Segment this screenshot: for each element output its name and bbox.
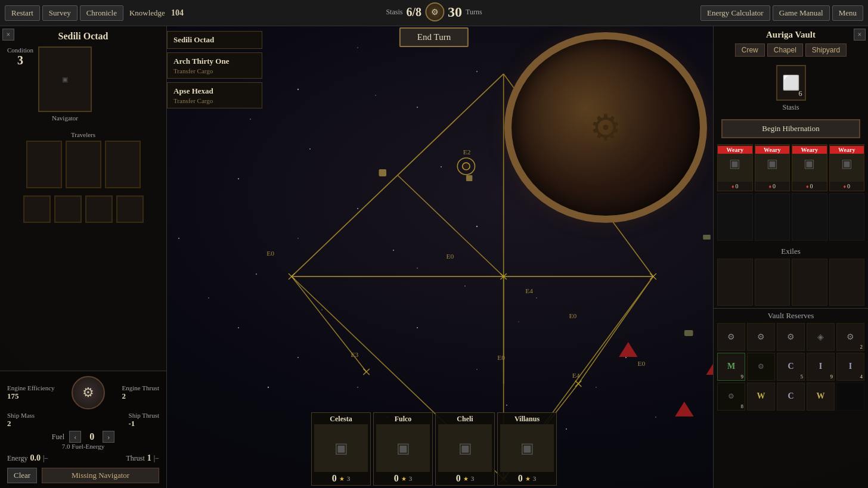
location-item-apse[interactable]: Apse Hexad Transfer Cargo bbox=[167, 82, 262, 108]
crew-card-6 bbox=[755, 193, 790, 240]
char-sub-villanus: 3 bbox=[533, 475, 537, 482]
vault-item-12[interactable]: W bbox=[747, 383, 775, 411]
char-star-villanus: ★ bbox=[525, 475, 531, 482]
vault-item-9[interactable]: I9 bbox=[807, 353, 835, 381]
char-val-cheli: 0 bbox=[456, 473, 461, 484]
clear-button[interactable]: Clear bbox=[7, 468, 37, 483]
vault-item-11[interactable]: ⚙8 bbox=[717, 383, 745, 411]
chronicle-button[interactable]: Chronicle bbox=[80, 5, 123, 21]
char-star-celesta: ★ bbox=[339, 475, 345, 482]
svg-text:E0: E0 bbox=[637, 360, 645, 367]
vault-item-2[interactable]: ⚙ bbox=[747, 323, 775, 351]
char-star-fulco: ★ bbox=[401, 475, 407, 482]
menu-button[interactable]: Menu bbox=[832, 5, 863, 21]
vault-item-10[interactable]: I4 bbox=[836, 353, 864, 381]
svg-rect-78 bbox=[379, 169, 387, 176]
ship-thrust-label: Ship Thrust bbox=[129, 412, 159, 419]
char-card-cheli[interactable]: Cheli ▣ 0 ★ 3 bbox=[435, 412, 495, 486]
traveler-slot-2 bbox=[66, 141, 101, 188]
fuel-increase-button[interactable]: › bbox=[103, 431, 114, 443]
crew-card-5 bbox=[717, 193, 753, 240]
game-manual-button[interactable]: Game Manual bbox=[773, 5, 830, 21]
crew-card-1[interactable]: Weary ▣ ♦0 bbox=[717, 144, 753, 191]
traveler-slot-3 bbox=[105, 141, 141, 188]
char-val-villanus: 0 bbox=[518, 473, 523, 484]
vault-item-6[interactable]: M9 bbox=[717, 353, 745, 381]
fuel-value: 0 bbox=[86, 431, 98, 442]
stasis-display: ⬜ 6 Stasis bbox=[714, 60, 868, 117]
svg-text:E0: E0 bbox=[446, 253, 454, 260]
travelers-label: Travelers bbox=[7, 131, 159, 138]
fuel-decrease-button[interactable]: ‹ bbox=[69, 431, 81, 443]
char-val-celesta: 0 bbox=[332, 473, 337, 484]
extra-slots bbox=[0, 191, 166, 228]
vault-item-1[interactable]: ⚙ bbox=[717, 323, 745, 351]
stasis-count: 6 bbox=[799, 89, 802, 98]
location-name-arch: Arch Thirty One bbox=[173, 57, 256, 66]
char-stats-celesta: 0 ★ 3 bbox=[332, 472, 351, 485]
energy-value: 0.0 bbox=[30, 453, 41, 462]
crew-card-4[interactable]: Weary ▣ ♦0 bbox=[829, 144, 865, 191]
location-item-sedili[interactable]: Sedili Octad bbox=[167, 31, 262, 49]
left-panel-close-button[interactable]: × bbox=[2, 29, 14, 41]
end-turn-button[interactable]: End Turn bbox=[399, 27, 469, 47]
crew-stat-1: ♦0 bbox=[730, 182, 740, 191]
location-action-arch: Transfer Cargo bbox=[173, 67, 256, 74]
svg-line-48 bbox=[578, 276, 653, 384]
svg-marker-81 bbox=[675, 402, 693, 416]
engine-efficiency-label: Engine Efficiency bbox=[7, 384, 55, 391]
vault-item-13[interactable]: C bbox=[777, 383, 805, 411]
crew-card-3[interactable]: Weary ▣ ♦0 bbox=[792, 144, 827, 191]
crew-portrait-icon-2: ▣ bbox=[767, 156, 778, 170]
svg-rect-83 bbox=[684, 330, 693, 336]
exile-slot-2 bbox=[755, 259, 790, 306]
stat-icon-4: ♦ bbox=[843, 184, 846, 189]
chapel-tab[interactable]: Chapel bbox=[767, 43, 803, 57]
crew-card-2[interactable]: Weary ▣ ♦0 bbox=[755, 144, 790, 191]
navigator-label: Navigator bbox=[39, 114, 91, 122]
vault-item-4[interactable]: ◈ bbox=[807, 323, 835, 351]
ship-stats-row: Ship Mass 2 Ship Thrust -1 bbox=[7, 412, 159, 428]
char-card-villanus[interactable]: Villanus ▣ 0 ★ 3 bbox=[497, 412, 557, 486]
vault-item-8[interactable]: C5 bbox=[777, 353, 805, 381]
crew-tab[interactable]: Crew bbox=[735, 43, 765, 57]
char-card-celesta[interactable]: Celesta ▣ 0 ★ 3 bbox=[311, 412, 371, 486]
extra-slot-4 bbox=[116, 195, 144, 223]
location-item-arch[interactable]: Arch Thirty One Transfer Cargo bbox=[167, 52, 262, 79]
begin-hibernation-button[interactable]: Begin Hibernation bbox=[721, 119, 860, 138]
top-bar: Restart Survey Chronicle Knowledge 104 S… bbox=[0, 0, 868, 26]
survey-button[interactable]: Survey bbox=[42, 5, 78, 21]
auriga-tabs: Crew Chapel Shipyard bbox=[714, 43, 868, 60]
stasis-fraction: 6/8 bbox=[406, 5, 421, 19]
missing-navigator-label: Missing Navigator bbox=[42, 468, 159, 483]
fuel-row: Fuel ‹ 0 › bbox=[7, 431, 159, 443]
vault-item-3[interactable]: ⚙ bbox=[777, 323, 805, 351]
vault-item-7[interactable]: ⚙ bbox=[747, 353, 775, 381]
svg-rect-79 bbox=[466, 175, 472, 181]
stasis-text: Stasis bbox=[782, 103, 799, 112]
char-name-cheli: Cheli bbox=[457, 413, 473, 424]
right-panel-close-button[interactable]: × bbox=[854, 29, 866, 41]
vault-item-14[interactable]: W bbox=[807, 383, 835, 411]
crew-stat-4: ♦0 bbox=[842, 182, 851, 191]
energy-label: Energy bbox=[7, 454, 27, 462]
restart-button[interactable]: Restart bbox=[5, 5, 40, 21]
stat-icon-1: ♦ bbox=[731, 184, 734, 189]
svg-point-77 bbox=[463, 163, 470, 170]
knowledge-value: 104 bbox=[171, 8, 184, 18]
bottom-stats: Energy 0.0 |− Thrust 1 |− bbox=[7, 450, 159, 465]
shipyard-tab[interactable]: Shipyard bbox=[805, 43, 847, 57]
char-stats-fulco: 0 ★ 3 bbox=[394, 472, 413, 485]
extra-slot-1 bbox=[23, 195, 51, 223]
energy-calculator-button[interactable]: Energy Calculator bbox=[700, 5, 770, 21]
vault-item-5[interactable]: ⚙2 bbox=[836, 323, 864, 351]
char-sub-cheli: 3 bbox=[471, 475, 475, 482]
auriga-title: Auriga Vault bbox=[714, 26, 868, 43]
svg-text:E0: E0 bbox=[569, 312, 576, 319]
condition-box: Condition 3 bbox=[7, 46, 33, 67]
exiles-label: Exiles bbox=[717, 247, 864, 256]
crew-stat-2: ♦0 bbox=[767, 182, 777, 191]
bottom-bar: Clear Missing Navigator bbox=[7, 465, 159, 483]
exiles-section: Exiles bbox=[714, 244, 868, 308]
char-card-fulco[interactable]: Fulco ▣ 0 ★ 3 bbox=[373, 412, 433, 486]
